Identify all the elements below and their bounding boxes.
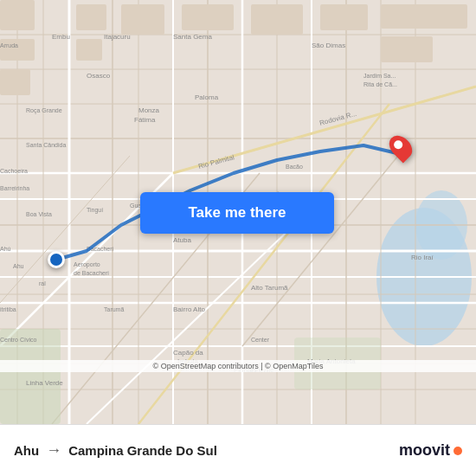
- take-me-there-button[interactable]: Take me there: [140, 192, 334, 234]
- svg-text:Rio Iraí: Rio Iraí: [411, 254, 434, 261]
- svg-text:Fátima: Fátima: [134, 116, 156, 124]
- svg-rect-44: [76, 39, 102, 61]
- destination-label: Campina Grande Do Sul: [68, 443, 217, 458]
- svg-rect-43: [76, 4, 106, 30]
- svg-text:Santa Cândida: Santa Cândida: [26, 142, 66, 148]
- svg-text:Cachoeira: Cachoeira: [0, 168, 28, 174]
- destination-marker: [391, 134, 410, 160]
- map-container: Rodovia R... Rio Palmital Burtencourt Ae…: [0, 0, 476, 424]
- svg-rect-48: [320, 4, 368, 30]
- svg-text:Paloma: Paloma: [195, 93, 219, 101]
- svg-text:Arruda: Arruda: [0, 42, 18, 48]
- svg-text:Atuba: Atuba: [173, 236, 191, 244]
- svg-text:Aeroporto: Aeroporto: [74, 261, 100, 268]
- moovit-dot-icon: [453, 447, 462, 455]
- svg-text:Embu: Embu: [52, 33, 70, 41]
- origin-label: Ahu: [14, 443, 39, 458]
- svg-rect-40: [0, 0, 35, 30]
- moovit-brand-text: moovit: [399, 441, 450, 460]
- svg-text:itritiba: itritiba: [0, 306, 16, 312]
- svg-text:Bairro Alto: Bairro Alto: [173, 306, 205, 313]
- svg-text:Rita de Cã...: Rita de Cã...: [363, 81, 397, 87]
- svg-rect-47: [251, 4, 303, 35]
- map-attribution: © OpenStreetMap contributors | © OpenMap…: [0, 360, 476, 372]
- svg-text:Ahu: Ahu: [13, 263, 24, 269]
- svg-text:Monza: Monza: [138, 106, 160, 114]
- svg-text:Tarumã: Tarumã: [104, 306, 124, 312]
- svg-text:Ahú: Ahú: [0, 246, 11, 252]
- svg-text:Osasco: Osasco: [87, 72, 111, 80]
- app: Rodovia R... Rio Palmital Burtencourt Ae…: [0, 0, 476, 476]
- svg-text:Barreirinha: Barreirinha: [0, 185, 29, 191]
- svg-rect-49: [381, 4, 467, 29]
- svg-text:Jardim Sa...: Jardim Sa...: [363, 73, 396, 79]
- moovit-logo: moovit: [399, 441, 462, 460]
- svg-rect-42: [0, 69, 30, 95]
- arrow-icon: →: [46, 441, 61, 460]
- svg-text:Tinguí: Tinguí: [87, 207, 103, 214]
- svg-text:Center: Center: [251, 337, 270, 343]
- svg-rect-50: [381, 36, 433, 62]
- svg-text:Capão da: Capão da: [173, 349, 203, 357]
- svg-text:de Bacacheri: de Bacacheri: [74, 270, 109, 276]
- svg-text:Alto Tarumã: Alto Tarumã: [251, 284, 288, 292]
- svg-text:Centro Cívico: Centro Cívico: [0, 337, 37, 343]
- route-info: Ahu → Campina Grande Do Sul: [14, 441, 399, 460]
- svg-text:Santa Gema: Santa Gema: [173, 33, 212, 41]
- svg-text:ral: ral: [39, 280, 46, 286]
- svg-text:Itajacuru: Itajacuru: [104, 33, 131, 41]
- origin-marker: [48, 251, 65, 268]
- svg-rect-38: [0, 329, 61, 424]
- svg-text:Roça Grande: Roça Grande: [26, 107, 62, 114]
- svg-text:Boa Vista: Boa Vista: [26, 211, 52, 217]
- svg-rect-46: [182, 4, 234, 30]
- svg-rect-45: [121, 4, 164, 35]
- svg-text:Bacão: Bacão: [286, 164, 303, 170]
- svg-text:São Dimas: São Dimas: [312, 42, 345, 49]
- bottom-bar: Ahu → Campina Grande Do Sul moovit: [0, 424, 476, 476]
- svg-text:Linha Verde: Linha Verde: [26, 379, 63, 387]
